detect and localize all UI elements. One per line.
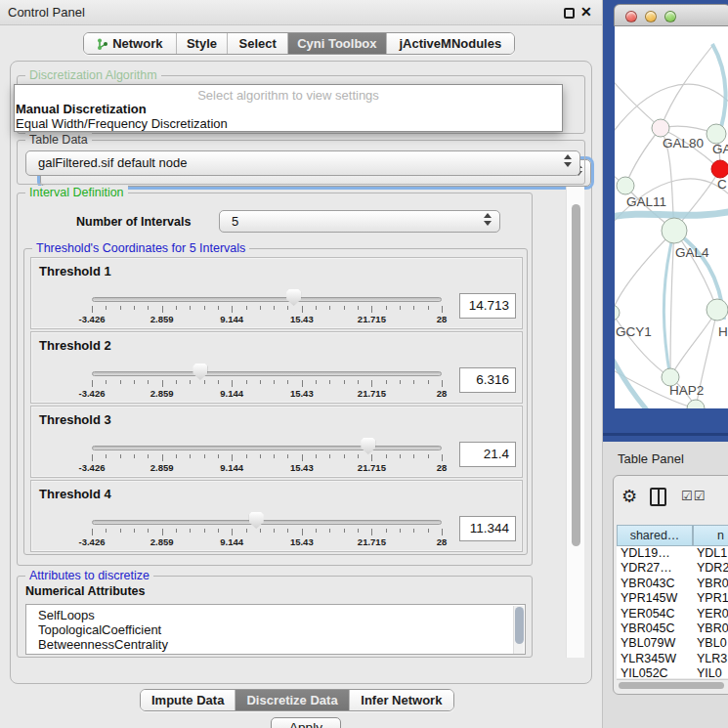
table-row[interactable]: YBR045CYBR0 <box>617 621 728 636</box>
slider-tick-labels: -3.4262.8599.14415.4321.71528 <box>92 388 442 400</box>
network-node-gal4[interactable] <box>662 218 687 243</box>
table-panel: Table Panel ⚙ ☑☑ shared… n YDL19…YDL1YDR… <box>603 442 728 728</box>
table-row[interactable]: YBL079WYBL0 <box>617 636 728 651</box>
close-icon[interactable]: ✕ <box>580 4 592 20</box>
slider-ticks <box>92 529 442 536</box>
column-header-name[interactable]: n <box>693 525 728 546</box>
attribute-item[interactable]: BetweennessCentrality <box>26 637 525 652</box>
tab-network[interactable]: Network <box>84 33 177 54</box>
number-of-intervals-combobox[interactable]: 5 <box>219 210 500 233</box>
columns-icon[interactable] <box>650 488 666 506</box>
close-traffic-icon[interactable] <box>625 11 637 22</box>
slider-tick-labels: -3.4262.8599.14415.4321.71528 <box>92 314 442 325</box>
cell-name: YDR2 <box>693 561 728 576</box>
threshold-value-field[interactable]: 14.713 <box>459 293 516 319</box>
network-node-c[interactable] <box>711 160 728 178</box>
network-edge <box>615 70 661 128</box>
attributes-scrollbar[interactable] <box>513 606 524 655</box>
panel-scrollbar[interactable] <box>566 187 584 658</box>
popup-item-manual-discretization[interactable]: Manual Discretization <box>16 102 563 116</box>
threshold-slider-thumb[interactable] <box>361 438 375 454</box>
table-data-title: Table Data <box>25 133 92 147</box>
network-edge <box>625 128 661 186</box>
slider-tick-labels: -3.4262.8599.14415.4321.71528 <box>92 462 442 474</box>
tab-select[interactable]: Select <box>228 33 288 54</box>
table-row[interactable]: YER054CYER0 <box>617 607 728 621</box>
popup-item-equal-width-frequency-discretization[interactable]: Equal Width/Frequency Discretization <box>16 116 563 131</box>
cell-shared-name: YBR043C <box>617 577 693 591</box>
tab-discretize-data[interactable]: Discretize Data <box>236 690 349 710</box>
threshold-slider-track[interactable] <box>92 297 442 302</box>
slider-ticks <box>92 380 442 388</box>
cell-shared-name: YER054C <box>617 607 693 621</box>
minimize-traffic-icon[interactable] <box>645 11 657 22</box>
network-node-label: GCY1 <box>616 324 652 339</box>
attribute-item[interactable]: TopologicalCoefficient <box>26 622 525 637</box>
interval-definition-title: Interval Definition <box>25 186 128 199</box>
threshold-slider-track[interactable] <box>92 371 442 376</box>
threshold-slider-thumb[interactable] <box>249 512 264 529</box>
cell-shared-name: YDL19… <box>617 546 693 561</box>
tab-label: Style <box>187 36 217 51</box>
popup-placeholder: Select algorithm to view settings <box>15 88 562 103</box>
table-row[interactable]: YIL052CYIL0 <box>617 666 728 678</box>
table-data-value: galFiltered.sif default node <box>38 155 187 170</box>
network-node-ga[interactable] <box>707 124 726 144</box>
tab-label: Infer Network <box>361 693 442 707</box>
network-edge-highlighted <box>615 349 649 408</box>
threshold-slider-thumb[interactable] <box>286 289 301 306</box>
threshold-panel-2: Threshold 2-3.4262.8599.14415.4321.71528… <box>30 331 523 404</box>
window-shadow <box>603 433 728 436</box>
table-hscrollbar[interactable] <box>617 679 728 690</box>
tab-cyni-toolbox[interactable]: Cyni Toolbox <box>288 33 387 54</box>
tab-jactivemnodules[interactable]: jActiveMNodules <box>387 33 514 54</box>
table-row[interactable]: YLR345WYLR3 <box>617 652 728 666</box>
apply-button[interactable]: Apply <box>271 717 341 728</box>
interval-definition-group: Interval Definition Number of Intervals … <box>17 193 533 566</box>
table-rows[interactable]: YDL19…YDL1YDR27…YDR2YBR043CYBR0YPR145WYP… <box>617 546 728 678</box>
network-edge <box>670 231 674 377</box>
tab-style[interactable]: Style <box>177 33 229 54</box>
threshold-slider-thumb[interactable] <box>193 364 207 380</box>
threshold-slider-track[interactable] <box>92 446 442 450</box>
network-node-gal11[interactable] <box>617 177 634 194</box>
select-columns-icons[interactable]: ☑☑ <box>681 489 706 503</box>
control-panel-titlebar: Control Panel ✕ <box>0 0 602 25</box>
network-node-label: GA <box>712 142 728 156</box>
network-node-h[interactable] <box>707 299 728 321</box>
table-data-combobox[interactable]: galFiltered.sif default node <box>25 150 580 176</box>
float-window-icon[interactable] <box>564 8 575 19</box>
combo-stepper-icon <box>563 154 573 167</box>
numerical-attributes-list[interactable]: SelfLoopsTopologicalCoefficientBetweenne… <box>25 604 526 655</box>
network-node[interactable] <box>687 400 705 408</box>
network-node-label: GAL4 <box>675 245 709 260</box>
network-edge-highlighted <box>712 44 726 136</box>
tab-impute-data[interactable]: Impute Data <box>141 690 236 710</box>
cell-name: YBR0 <box>693 577 728 591</box>
table-row[interactable]: YBR043CYBR0 <box>617 577 728 591</box>
bottom-tab-bar: Impute DataDiscretize DataInfer Network <box>140 689 454 711</box>
tab-label: Discretize Data <box>246 693 337 707</box>
panel-scrollbar-thumb[interactable] <box>572 204 580 546</box>
gear-icon[interactable]: ⚙ <box>621 486 637 507</box>
column-header-shared[interactable]: shared… <box>617 525 693 546</box>
cell-shared-name: YDR27… <box>617 561 693 576</box>
tab-infer-network[interactable]: Infer Network <box>350 690 453 710</box>
threshold-value-field[interactable]: 21.4 <box>459 442 516 467</box>
cell-name: YER0 <box>693 607 728 621</box>
zoom-traffic-icon[interactable] <box>664 11 676 22</box>
attributes-title: Attributes to discretize <box>25 569 153 582</box>
table-row[interactable]: YDL19…YDL1 <box>617 546 728 561</box>
threshold-value-field[interactable]: 11.344 <box>459 516 516 541</box>
network-edge-highlighted <box>615 210 728 218</box>
network-node-gcy1[interactable] <box>615 305 620 321</box>
attribute-item[interactable]: SelfLoops <box>26 608 525 622</box>
network-node-gal80[interactable] <box>652 119 669 137</box>
threshold-value-field[interactable]: 6.316 <box>459 367 516 393</box>
threshold-panel-3: Threshold 3-3.4262.8599.14415.4321.71528… <box>30 406 523 478</box>
table-row[interactable]: YPR145WYPR1 <box>617 591 728 606</box>
threshold-slider-track[interactable] <box>92 520 442 525</box>
network-canvas[interactable]: GAL80GACGAL11GAL4GCY1HHAP2 <box>615 26 728 408</box>
slider-ticks <box>92 454 442 462</box>
table-row[interactable]: YDR27…YDR2 <box>617 561 728 576</box>
